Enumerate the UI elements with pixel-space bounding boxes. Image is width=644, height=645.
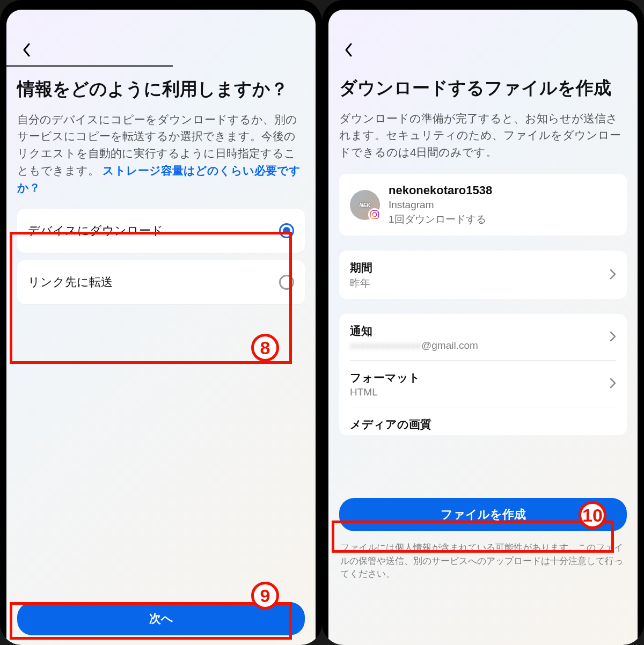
back-button[interactable] [18, 42, 34, 58]
annotation-step-8: 8 [251, 334, 279, 362]
next-button[interactable]: 次へ [17, 602, 305, 635]
page-title: ダウンロードするファイルを作成 [339, 76, 627, 100]
option-download-device[interactable]: デバイスにダウンロード [17, 209, 305, 253]
period-value: 昨年 [350, 276, 372, 290]
setting-text: フォーマット HTML [350, 370, 420, 398]
format-row[interactable]: フォーマット HTML [339, 361, 627, 407]
svg-point-2 [377, 211, 378, 212]
screen-right: ダウンロードするファイルを作成 ダウンロードの準備が完了すると、お知らせが送信さ… [328, 10, 638, 645]
account-name: nekonekotaro1538 [389, 184, 492, 197]
option-label: リンク先に転送 [28, 274, 113, 290]
media-quality-label: メディアの画質 [350, 417, 431, 432]
option-group: デバイスにダウンロード リンク先に転送 [17, 209, 305, 304]
create-file-button[interactable]: ファイルを作成 [339, 498, 627, 531]
format-label: フォーマット [350, 370, 420, 385]
option-transfer-link[interactable]: リンク先に転送 [17, 260, 305, 304]
period-row[interactable]: 期間 昨年 [339, 251, 627, 299]
setting-text: 期間 昨年 [350, 260, 372, 290]
radio-checked-icon [279, 223, 294, 238]
bottom-bar-left: 次へ [17, 602, 305, 635]
account-platform: Instagram [389, 199, 492, 212]
avatar-text: NEK [359, 202, 370, 208]
radio-unchecked-icon [279, 275, 294, 290]
chevron-right-icon [610, 378, 616, 391]
content-left: 情報をどのように利用しますか？ 自分のデバイスにコピーをダウンロードするか、別の… [6, 67, 316, 304]
header-left [6, 10, 316, 65]
chevron-right-icon [610, 269, 616, 282]
notify-value: xxxxxxxxxxxxxx@gmail.com [350, 340, 478, 351]
setting-text: メディアの画質 [350, 417, 431, 432]
avatar: NEK [350, 190, 380, 220]
chevron-left-icon [343, 42, 353, 57]
settings-card: 通知 xxxxxxxxxxxxxx@gmail.com フォーマット HTML [339, 314, 627, 435]
format-value: HTML [350, 386, 420, 398]
notch [432, 0, 534, 10]
page-title: 情報をどのように利用しますか？ [17, 77, 305, 101]
chevron-right-icon [610, 331, 616, 344]
svg-rect-0 [371, 210, 379, 218]
phone-right: ダウンロードするファイルを作成 ダウンロードの準備が完了すると、お知らせが送信さ… [322, 0, 644, 645]
content-right: ダウンロードするファイルを作成 ダウンロードの準備が完了すると、お知らせが送信さ… [328, 65, 638, 435]
screen-left: 情報をどのように利用しますか？ 自分のデバイスにコピーをダウンロードするか、別の… [6, 10, 316, 645]
account-info: nekonekotaro1538 Instagram 1回ダウンロードする [389, 184, 492, 226]
page-description: ダウンロードの準備が完了すると、お知らせが送信されます。セキュリティのため、ファ… [339, 110, 627, 161]
page-description: 自分のデバイスにコピーをダウンロードするか、別のサービスにコピーを転送するか選択… [17, 111, 305, 196]
media-quality-row[interactable]: メディアの画質 [339, 407, 627, 435]
chevron-left-icon [21, 42, 31, 57]
notify-row[interactable]: 通知 xxxxxxxxxxxxxx@gmail.com [339, 314, 627, 360]
disclaimer-text: ファイルには個人情報が含まれている可能性があります。このファイルの保管や送信、別… [339, 541, 627, 581]
phone-left: 情報をどのように利用しますか？ 自分のデバイスにコピーをダウンロードするか、別の… [0, 0, 322, 645]
account-card: NEK nekonekotaro1538 Instagram 1回ダウンロードす… [339, 174, 627, 236]
option-label: デバイスにダウンロード [28, 223, 163, 239]
bottom-bar-right: ファイルを作成 ファイルには個人情報が含まれている可能性があります。このファイル… [339, 498, 627, 581]
account-download-note: 1回ダウンロードする [389, 213, 492, 226]
notify-label: 通知 [350, 324, 478, 339]
period-card: 期間 昨年 [339, 251, 627, 299]
period-label: 期間 [350, 260, 372, 275]
setting-text: 通知 xxxxxxxxxxxxxx@gmail.com [350, 324, 478, 351]
header-right [328, 10, 638, 65]
instagram-badge-icon [368, 208, 381, 221]
svg-point-1 [372, 212, 377, 217]
back-button[interactable] [340, 42, 356, 58]
notch [110, 0, 212, 10]
